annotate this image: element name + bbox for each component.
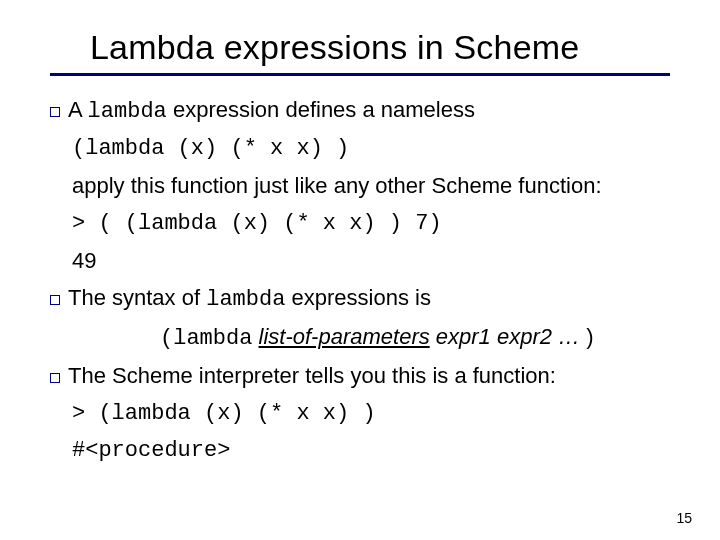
bullet-2-code: lambda [206,287,285,312]
bullet-1-post: expression defines a nameless [167,97,475,122]
apply-text: apply this function just like any other … [72,168,602,203]
result-2: #<procedure> [72,433,230,468]
syntax-line: (lambda list-of-parameters expr1 expr2 …… [160,319,670,356]
code-2: > ( (lambda (x) (* x x) ) 7) [72,206,442,241]
bullet-1-pre: A [68,97,88,122]
bullet-1-code: lambda [88,99,167,124]
slide-title: Lambda expressions in Scheme [90,28,670,67]
code-3: > (lambda (x) (* x x) ) [72,396,376,431]
page-number: 15 [676,510,692,526]
code-line-2: > ( (lambda (x) (* x x) ) 7) [72,206,670,241]
bullet-2: The syntax of lambda expressions is [50,280,670,317]
slide-body: A lambda expression defines a nameless (… [50,92,670,468]
bullet-1: A lambda expression defines a nameless [50,92,670,129]
syntax-close: ) [586,324,593,349]
result-line-2: #<procedure> [72,433,670,468]
syntax-open: ( [160,326,173,351]
code-line-1: (lambda (x) (* x x) ) [72,131,670,166]
title-underline [50,73,670,76]
bullet-icon [50,295,60,305]
bullet-3: The Scheme interpreter tells you this is… [50,358,670,393]
code-line-3: > (lambda (x) (* x x) ) [72,396,670,431]
bullet-icon [50,107,60,117]
syntax-text: (lambda list-of-parameters expr1 expr2 …… [160,319,594,356]
text-line-apply: apply this function just like any other … [72,168,670,203]
bullet-1-text: A lambda expression defines a nameless [68,92,475,129]
code-1: (lambda (x) (* x x) ) [72,131,349,166]
bullet-3-text: The Scheme interpreter tells you this is… [68,358,556,393]
slide: Lambda expressions in Scheme A lambda ex… [0,0,720,540]
syntax-list: list-of-parameters [259,324,430,349]
bullet-2-pre: The syntax of [68,285,206,310]
bullet-icon [50,373,60,383]
syntax-rest: expr1 expr2 … [430,324,587,349]
bullet-2-text: The syntax of lambda expressions is [68,280,431,317]
result-line-1: 49 [72,243,670,278]
bullet-2-post: expressions is [285,285,431,310]
syntax-kw: lambda [173,326,252,351]
result-1: 49 [72,243,96,278]
